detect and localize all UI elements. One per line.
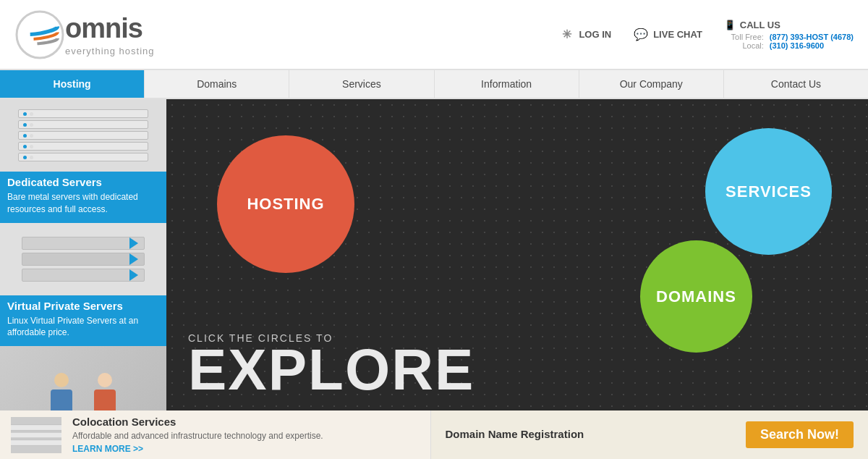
- logo-icon: [14, 9, 65, 60]
- server-rack-graphic: [11, 102, 156, 169]
- domains-circle[interactable]: DOMAINS: [640, 240, 752, 353]
- server-unit: [18, 131, 148, 140]
- nav-contact-us[interactable]: Contact Us: [724, 70, 868, 98]
- dedicated-servers-desc-area: Bare metal servers with dedicated resour…: [0, 191, 166, 223]
- callus-label: CALL US: [740, 20, 780, 30]
- local-number: (310) 316-9600: [770, 41, 824, 50]
- callus-action[interactable]: 📱 CALL US: [724, 20, 854, 30]
- explore-label: EXPLORE: [188, 344, 475, 396]
- vps-desc: Linux Virtual Private Servers at an affo…: [7, 315, 159, 340]
- person-1: [43, 373, 80, 410]
- header: omnis everything hosting ✳ LOG IN 💬 LIVE…: [0, 0, 868, 69]
- dedicated-servers-desc: Bare metal servers with dedicated resour…: [7, 191, 159, 216]
- colocation-graphic: [11, 419, 61, 450]
- domain-registration-title: Domain Name Registration: [446, 428, 735, 440]
- server-unit: [18, 142, 148, 151]
- domain-registration-text: Domain Name Registration: [446, 428, 735, 442]
- explore-text: CLICK THE CIRCLES TO EXPLORE: [188, 332, 475, 396]
- sidebar-vps[interactable]: Virtual Private Servers Linux Virtual Pr…: [0, 223, 166, 347]
- phone-lines: Toll Free: (877) 393-HOST (4678) Local: …: [724, 33, 854, 50]
- dedicated-servers-title: Dedicated Servers: [7, 176, 159, 188]
- colocation-text: Colocation Services Affordable and advan…: [72, 416, 420, 454]
- nav: Hosting Domains Services Information Our…: [0, 69, 868, 99]
- logo-sub: everything hosting: [65, 46, 155, 57]
- shared-hosting-image: [0, 346, 166, 410]
- vps-graphic: [14, 226, 152, 292]
- nav-hosting[interactable]: Hosting: [0, 70, 145, 98]
- vps-unit: [22, 269, 145, 282]
- vps-title: Virtual Private Servers: [7, 300, 159, 312]
- login-action[interactable]: ✳ LOG IN: [558, 27, 611, 43]
- tollfree-row: Toll Free: (877) 393-HOST (4678): [724, 33, 854, 41]
- vps-desc-area: Linux Virtual Private Servers at an affo…: [0, 315, 166, 347]
- people-graphic: [0, 346, 166, 410]
- nav-information[interactable]: Information: [435, 70, 579, 98]
- login-icon: ✳: [558, 27, 574, 43]
- logo-brand: omnis: [65, 12, 155, 46]
- header-actions: ✳ LOG IN 💬 LIVE CHAT 📱 CALL US Toll Free…: [558, 20, 854, 50]
- person-body: [51, 389, 72, 410]
- person-head: [54, 373, 69, 387]
- server-unit: [18, 120, 148, 129]
- logo-text-area: omnis everything hosting: [65, 12, 155, 56]
- main-content: Dedicated Servers Bare metal servers wit…: [0, 99, 868, 410]
- nav-our-company[interactable]: Our Company: [579, 70, 724, 98]
- local-label: Local:: [724, 41, 764, 50]
- domains-circle-label: DOMAINS: [656, 287, 736, 306]
- colocation-desc: Affordable and advanced infrastructure t…: [72, 430, 420, 442]
- sidebar: Dedicated Servers Bare metal servers wit…: [0, 99, 166, 410]
- server-unit: [11, 431, 61, 437]
- server-unit: [11, 439, 61, 445]
- person-head: [98, 373, 112, 387]
- hosting-circle[interactable]: HOSTING: [217, 135, 354, 273]
- dedicated-servers-image: [0, 99, 166, 172]
- bottom-bar: Colocation Services Affordable and advan…: [0, 410, 868, 459]
- tollfree-number: (877) 393-HOST (4678): [770, 33, 854, 41]
- sidebar-shared-hosting[interactable]: Shared Web Hosting Web hosting on our cl…: [0, 346, 166, 410]
- person-body: [94, 389, 116, 410]
- server-unit: [18, 109, 148, 118]
- hosting-circle-label: HOSTING: [247, 195, 324, 214]
- tollfree-label: Toll Free:: [724, 33, 764, 41]
- dedicated-servers-title-bar: Dedicated Servers: [0, 172, 166, 191]
- person-2: [87, 373, 123, 410]
- vps-image: [0, 223, 166, 295]
- colocation-image: [11, 417, 61, 453]
- services-circle[interactable]: SERVICES: [705, 128, 832, 255]
- nav-domains[interactable]: Domains: [145, 70, 289, 98]
- nav-services[interactable]: Services: [289, 70, 434, 98]
- server-unit: [18, 153, 148, 161]
- vps-unit: [22, 237, 145, 250]
- vps-title-bar: Virtual Private Servers: [0, 295, 166, 315]
- services-circle-label: SERVICES: [726, 182, 812, 201]
- local-row: Local: (310) 316-9600: [724, 41, 854, 50]
- bottom-left-colocation: Colocation Services Affordable and advan…: [0, 410, 431, 459]
- sidebar-dedicated-servers[interactable]: Dedicated Servers Bare metal servers wit…: [0, 99, 166, 223]
- livechat-action[interactable]: 💬 LIVE CHAT: [633, 27, 702, 43]
- login-label: LOG IN: [579, 29, 611, 40]
- hero-area: HOSTING SERVICES DOMAINS CLICK THE CIRCL…: [166, 99, 868, 410]
- vps-unit: [22, 253, 145, 266]
- logo-area: omnis everything hosting: [14, 9, 155, 60]
- bottom-right-domain: Domain Name Registration Search Now!: [431, 410, 869, 459]
- livechat-label: LIVE CHAT: [653, 29, 702, 40]
- search-now-button[interactable]: Search Now!: [746, 421, 854, 448]
- chat-icon: 💬: [633, 27, 649, 43]
- call-section: 📱 CALL US Toll Free: (877) 393-HOST (467…: [724, 20, 854, 50]
- server-unit: [11, 424, 61, 430]
- phone-icon: 📱: [724, 20, 736, 30]
- colocation-title: Colocation Services: [72, 416, 420, 428]
- learn-more-link[interactable]: LEARN MORE >>: [72, 444, 420, 454]
